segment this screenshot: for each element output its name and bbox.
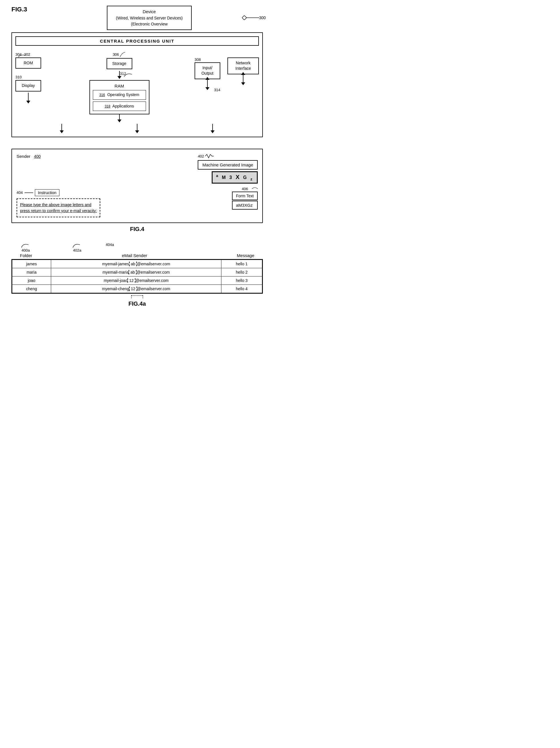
cell-message-2: hello 2 — [221, 268, 262, 277]
display-box: Display — [16, 80, 41, 92]
ref400a-curve — [20, 242, 31, 248]
ram-label: RAM — [93, 84, 146, 88]
fig4-sender-ref: 400 — [34, 154, 41, 159]
ref306-line — [120, 52, 126, 57]
ref402-zigzag — [205, 154, 214, 158]
ref-402a: 402a — [73, 248, 81, 253]
ni-arrow — [243, 74, 243, 83]
fig4-sender-label: Sender — [17, 154, 30, 159]
cell-folder-3: joao — [12, 277, 51, 285]
display-arrow — [28, 93, 29, 101]
ref312-curve — [124, 72, 138, 78]
cpu-label: CENTRAL PROCESSING UNIT — [16, 36, 259, 46]
table-row: james myemail-jamesab@emailserver.com he… — [12, 260, 262, 268]
ref-404-label: 404 — [17, 190, 23, 195]
ref-316: 316 — [99, 93, 105, 97]
cell-email-2: myemail-mariaab@emailserver.com — [51, 268, 221, 277]
ref300-line — [242, 16, 259, 20]
right-bottom-arrow — [212, 124, 213, 131]
cell-message-1: hello 1 — [221, 260, 262, 268]
ref-308: 308 — [195, 57, 201, 62]
ref-402-label: 402 — [198, 154, 204, 158]
device-line2: (Wired, Wireless and Server Devices) — [116, 15, 182, 21]
fig3-main-border: CENTRAL PROCESSING UNIT 304 302 ROM — [11, 32, 263, 138]
ref-306: 306 — [113, 52, 119, 56]
form-text-value: aM3XGz — [232, 201, 258, 210]
fig4-row2: 404 Instruction Please type the above im… — [17, 189, 258, 217]
fig4-caption: FIG.4 — [11, 226, 263, 232]
fig4a-table-container: james myemail-jamesab@emailserver.com he… — [11, 259, 263, 294]
fig4-section: Sender 400 402 Machine Generated Image — [11, 149, 263, 232]
fig4a-caption: FIG.4a — [11, 301, 263, 307]
bottom-arrows-row — [16, 121, 259, 133]
fig4a-table: james myemail-jamesab@emailserver.com he… — [12, 260, 262, 293]
cell-folder-1: james — [12, 260, 51, 268]
fig4a-section: 400a 402a 404a Folder eMail Sender Messa… — [11, 242, 263, 307]
instruction-section: 404 Instruction Please type the above im… — [17, 189, 100, 217]
app-box: 318 Applications — [93, 101, 146, 111]
ref304-bracket — [16, 53, 38, 59]
ni-label: Network Interface — [232, 60, 255, 71]
ref-318: 318 — [104, 104, 110, 108]
os-label: Operating System — [107, 92, 139, 97]
captcha-image: a M 3 X G z — [212, 171, 258, 184]
cpu-row: CENTRAL PROCESSING UNIT — [16, 36, 259, 46]
fig4-form-area: Form Text aM3XGz — [232, 192, 258, 210]
fig4a-tbody: james myemail-jamesab@emailserver.com he… — [12, 260, 262, 293]
ref-310: 310 — [16, 75, 22, 79]
ram-arrow-down — [119, 114, 120, 120]
table-row: cheng myemail-cheng12@emailserver.com he… — [12, 285, 262, 293]
apps-label: Applications — [112, 104, 134, 108]
device-line1: Device — [116, 8, 182, 15]
instruction-text: Please type the above image letters andp… — [17, 198, 100, 217]
instruction-text-content: Please type the above image letters andp… — [20, 203, 97, 213]
ref406-curve — [249, 186, 258, 191]
col-email-label: eMail Sender — [122, 253, 147, 258]
fig4a-dashed-bottom — [11, 294, 263, 298]
fig4-wrapper: Sender 400 402 Machine Generated Image — [11, 149, 263, 223]
ref406-area: 406 — [242, 186, 258, 191]
ref-300: 300 — [259, 16, 266, 20]
cell-email-4: myemail-cheng12@emailserver.com — [51, 285, 221, 293]
mgi-label-box: Machine Generated Image — [198, 160, 258, 169]
storage-box: Storage — [106, 58, 132, 69]
fig4a-col-names: Folder eMail Sender Message — [11, 253, 263, 258]
rom-box: ROM — [16, 57, 41, 69]
ref-404a: 404a — [106, 242, 114, 247]
ref-314: 314 — [214, 88, 220, 92]
ref-406-label: 406 — [242, 187, 248, 191]
left-bottom-arrow — [62, 124, 62, 131]
col-message-label: Message — [237, 253, 254, 258]
instruction-label: Instruction — [35, 189, 60, 196]
device-title-box: Device (Wired, Wireless and Server Devic… — [107, 6, 192, 30]
fig4a-refs-row: 400a 402a 404a — [11, 242, 263, 253]
dashed-bottom-svg — [128, 294, 146, 298]
mgi-label-text: Machine Generated Image — [202, 162, 253, 167]
ram-block: RAM 316 Operating System 318 Application… — [90, 80, 149, 114]
storage-to-ram-arrow — [119, 71, 120, 77]
cell-folder-2: maria — [12, 268, 51, 277]
col-folder-label: Folder — [20, 253, 32, 258]
cell-email-3: myemail-joao12@emailserver.com — [51, 277, 221, 285]
io-arrow — [207, 79, 208, 88]
form-text-label: Form Text — [232, 192, 258, 200]
cell-message-4: hello 4 — [221, 285, 262, 293]
table-row: maria myemail-mariaab@emailserver.com he… — [12, 268, 262, 277]
mid-bottom-arrow — [137, 124, 138, 131]
cell-message-3: hello 3 — [221, 277, 262, 285]
os-box: 316 Operating System — [93, 90, 146, 100]
fig3-label: FIG.3 — [11, 6, 27, 13]
ref-400a: 400a — [22, 248, 30, 253]
cell-folder-4: cheng — [12, 285, 51, 293]
io-label: Input/ Output — [199, 65, 216, 76]
ref402a-curve — [71, 242, 83, 248]
ref404-line — [25, 190, 33, 195]
device-line3: (Electronic Overview — [116, 21, 182, 27]
cell-email-1: myemail-jamesab@emailserver.com — [51, 260, 221, 268]
fig3-diagram: FIG.3 Device (Wired, Wireless and Server… — [11, 6, 263, 137]
fig4-row1: Sender 400 402 Machine Generated Image — [17, 154, 258, 184]
table-row: joao myemail-joao12@emailserver.com hell… — [12, 277, 262, 285]
